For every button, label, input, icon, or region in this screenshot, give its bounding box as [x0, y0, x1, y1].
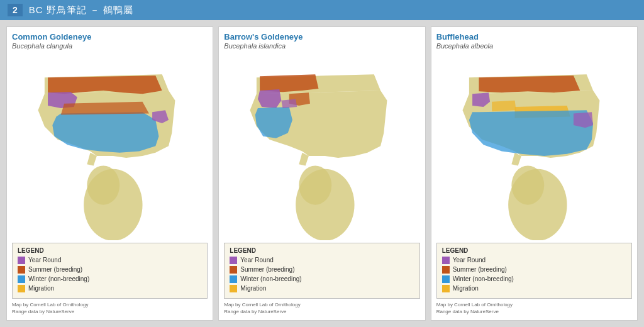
page-title: BC 野鳥筆記 － 鶴鴨屬	[29, 4, 133, 16]
page-header: 2 BC 野鳥筆記 － 鶴鴨屬	[0, 0, 644, 20]
svg-point-5	[511, 165, 544, 204]
legend-3: LEGEND Year Round Summer (breeding) Wint…	[436, 243, 632, 299]
map-2	[224, 52, 419, 240]
legend-1: LEGEND Year Round Summer (breeding) Wint…	[12, 243, 208, 299]
legend-item-1-3: Winter (non-breeding)	[18, 275, 202, 283]
bird-name-3: Bufflehead	[436, 32, 632, 42]
legend-title-2: LEGEND	[230, 247, 414, 254]
legend-item-3-3: Winter (non-breeding)	[442, 275, 626, 283]
map-credit-2: Map by Cornell Lab of OrnithologyRange d…	[224, 301, 419, 315]
legend-item-1-4: Migration	[18, 285, 202, 292]
bird-name-2: Barrow's Goldeneye	[224, 32, 419, 42]
legend-item-2-3: Winter (non-breeding)	[230, 275, 414, 283]
bird-name-1: Common Goldeneye	[12, 32, 208, 42]
legend-title-1: LEGEND	[18, 247, 202, 254]
card-bufflehead: Bufflehead Bucephala albeola	[431, 26, 638, 321]
legend-item-2-4: Migration	[230, 285, 414, 292]
legend-item-3-4: Migration	[442, 285, 626, 292]
legend-item-3-1: Year Round	[442, 257, 626, 264]
map-credit-1: Map by Cornell Lab of OrnithologyRange d…	[12, 301, 208, 315]
legend-item-1-1: Year Round	[18, 257, 202, 264]
legend-item-1-2: Summer (breeding)	[18, 266, 202, 274]
bird-latin-3: Bucephala albeola	[436, 42, 632, 50]
main-content: Common Goldeneye Bucephala clangula	[0, 20, 644, 327]
legend-2: LEGEND Year Round Summer (breeding) Wint…	[224, 243, 419, 299]
legend-item-2-2: Summer (breeding)	[230, 266, 414, 274]
bird-latin-1: Bucephala clangula	[12, 42, 208, 50]
map-3	[436, 52, 632, 240]
page-number: 2	[8, 4, 23, 16]
legend-item-2-1: Year Round	[230, 257, 414, 264]
map-1	[12, 52, 208, 240]
map-credit-3: Map by Cornell Lab of OrnithologyRange d…	[436, 301, 632, 315]
legend-title-3: LEGEND	[442, 247, 626, 254]
svg-point-1	[87, 165, 119, 204]
legend-item-3-2: Summer (breeding)	[442, 266, 626, 274]
card-barrows-goldeneye: Barrow's Goldeneye Bucephala islandica	[218, 26, 425, 321]
card-common-goldeneye: Common Goldeneye Bucephala clangula	[6, 26, 213, 321]
bird-latin-2: Bucephala islandica	[224, 42, 419, 50]
svg-point-3	[299, 165, 332, 204]
